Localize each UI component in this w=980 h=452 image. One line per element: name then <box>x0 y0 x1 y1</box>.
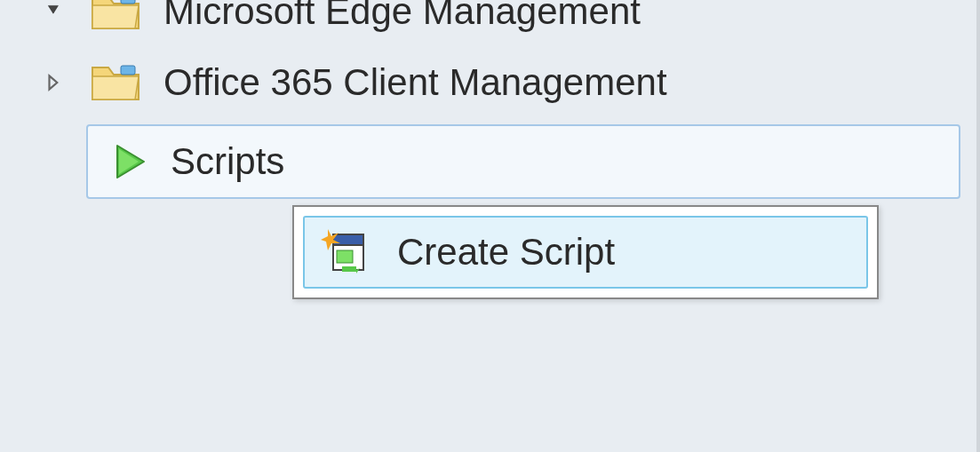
svg-rect-1 <box>121 66 135 75</box>
tree-item-office[interactable]: Office 365 Client Management <box>44 53 667 112</box>
svg-rect-3 <box>333 234 363 245</box>
svg-rect-0 <box>121 0 135 4</box>
tree-item-scripts[interactable]: Scripts <box>86 124 960 199</box>
menu-item-create-script[interactable]: Create Script <box>303 216 868 289</box>
tree-item-label: Scripts <box>171 140 284 183</box>
folder-icon <box>89 60 142 105</box>
expander-icon[interactable] <box>44 73 64 92</box>
tree-item-edge[interactable]: Microsoft Edge Management <box>44 0 641 41</box>
context-menu: Create Script <box>292 205 879 299</box>
divider <box>976 0 980 452</box>
tree-item-label: Microsoft Edge Management <box>163 0 641 33</box>
tree-item-label: Office 365 Client Management <box>163 61 667 104</box>
svg-rect-4 <box>337 250 353 263</box>
folder-icon <box>89 0 142 34</box>
create-script-icon <box>321 227 370 277</box>
expander-icon[interactable] <box>44 2 64 21</box>
menu-item-label: Create Script <box>397 231 615 274</box>
play-icon <box>110 142 149 181</box>
